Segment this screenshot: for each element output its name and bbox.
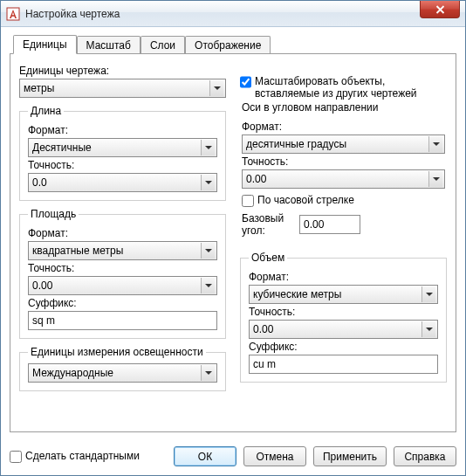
lighting-legend: Единицы измерения освещенности (28, 346, 206, 358)
titlebar: Настройка чертежа (1, 1, 465, 27)
volume-format-label: Формат: (249, 271, 438, 283)
clockwise-check-input[interactable] (242, 195, 254, 207)
base-angle-input[interactable] (299, 215, 360, 234)
tab-layers[interactable]: Слои (140, 36, 185, 54)
tab-scale[interactable]: Масштаб (77, 36, 140, 54)
chevron-down-icon (421, 321, 435, 337)
angle-precision-combo[interactable]: 0.00 (242, 169, 445, 189)
angle-precision-label: Точность: (242, 155, 445, 168)
volume-precision-label: Точность: (249, 306, 438, 318)
area-precision-label: Точность: (28, 262, 217, 274)
volume-precision-combo[interactable]: 0.00 (249, 320, 438, 339)
angle-legend: Оси в угловом направлении (239, 101, 380, 114)
length-precision-combo[interactable]: 0.0 (28, 173, 217, 192)
chevron-down-icon (201, 278, 215, 293)
left-column: Единицы чертежа: метры Длина Формат: Дес… (19, 63, 226, 397)
chevron-down-icon (201, 140, 215, 155)
clockwise-checkbox[interactable]: По часовой стрелке (242, 194, 445, 207)
dialog-footer: Сделать стандартными ОК Отмена Применить… (1, 439, 465, 475)
make-default-check-input[interactable] (10, 451, 22, 463)
apply-button[interactable]: Применить (313, 446, 387, 466)
right-column: Масштабировать объекты, вставляемые из д… (240, 63, 447, 397)
lighting-combo[interactable]: Международные (28, 363, 217, 383)
ok-button[interactable]: ОК (174, 446, 236, 466)
length-precision-label: Точность: (28, 159, 217, 171)
chevron-down-icon (209, 80, 223, 96)
volume-suffix-input[interactable] (249, 355, 438, 374)
drawing-units-combo[interactable]: метры (19, 79, 226, 98)
close-button[interactable] (420, 1, 460, 18)
app-icon (6, 7, 20, 21)
chevron-down-icon (201, 365, 215, 381)
chevron-down-icon (201, 175, 215, 190)
volume-legend: Объем (249, 252, 287, 264)
length-format-combo[interactable]: Десятичные (28, 138, 217, 157)
scale-objects-checkbox[interactable]: Масштабировать объекты, вставляемые из д… (240, 75, 447, 100)
angle-group: Оси в угловом направлении Формат: десяти… (240, 101, 447, 245)
base-angle-label: Базовый угол: (242, 212, 294, 237)
tab-strip: Единицы Масштаб Слои Отображение (10, 34, 456, 53)
area-legend: Площадь (28, 208, 79, 220)
dialog-window: Настройка чертежа Единицы Масштаб Слои О… (0, 0, 466, 476)
lighting-group: Единицы измерения освещенности Междунаро… (19, 346, 226, 391)
length-group: Длина Формат: Десятичные Точность: 0.0 (19, 105, 226, 201)
angle-format-label: Формат: (242, 121, 445, 133)
length-legend: Длина (28, 105, 64, 117)
area-suffix-label: Суффикс: (28, 297, 217, 309)
cancel-button[interactable]: Отмена (243, 446, 306, 466)
tab-units[interactable]: Единицы (13, 35, 77, 54)
area-precision-combo[interactable]: 0.00 (28, 276, 217, 295)
volume-group: Объем Формат: кубические метры Точность:… (240, 252, 447, 383)
volume-format-combo[interactable]: кубические метры (249, 285, 438, 304)
area-format-combo[interactable]: квадратные метры (28, 241, 217, 260)
tab-panel-units: Единицы чертежа: метры Длина Формат: Дес… (10, 53, 456, 432)
client-area: Единицы Масштаб Слои Отображение Единицы… (1, 27, 465, 439)
chevron-down-icon (201, 243, 215, 259)
chevron-down-icon (421, 286, 435, 302)
window-title: Настройка чертежа (25, 8, 120, 20)
volume-suffix-label: Суффикс: (249, 341, 438, 353)
chevron-down-icon (428, 171, 442, 187)
area-group: Площадь Формат: квадратные метры Точност… (19, 208, 226, 339)
area-format-label: Формат: (28, 227, 217, 239)
length-format-label: Формат: (28, 124, 217, 136)
tab-display[interactable]: Отображение (185, 36, 271, 54)
drawing-units-label: Единицы чертежа: (19, 65, 226, 77)
scale-objects-check-input[interactable] (240, 76, 251, 88)
help-button[interactable]: Справка (394, 446, 456, 466)
angle-format-combo[interactable]: десятичные градусы (242, 135, 445, 154)
drawing-units-value: метры (24, 82, 209, 94)
area-suffix-input[interactable] (28, 311, 217, 330)
make-default-checkbox[interactable]: Сделать стандартными (10, 450, 167, 463)
chevron-down-icon (428, 136, 442, 152)
